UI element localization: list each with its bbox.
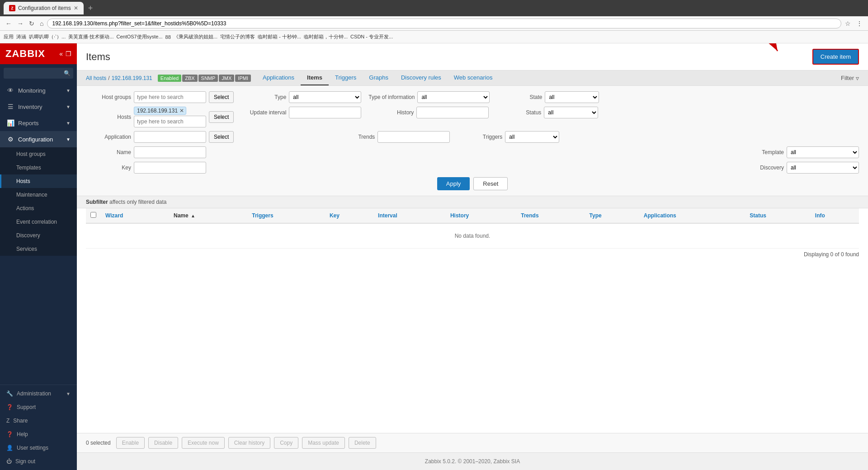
ipmi-badge[interactable]: IPMI [235,75,251,82]
filter-toggle[interactable]: Filter ▿ [841,75,859,82]
host-link[interactable]: 192.168.199.131 [112,75,152,81]
copy-button[interactable]: Copy [274,437,298,449]
browser-chrome: Z Configuration of items ✕ + [0,0,868,16]
host-groups-input[interactable] [134,91,206,103]
new-tab-button[interactable]: + [88,4,93,13]
forward-button[interactable]: → [15,19,25,28]
triggers-select[interactable]: all [505,131,559,143]
chevron-right-icon: ▼ [66,88,71,93]
sidebar-item-user-settings[interactable]: 👤 User settings [0,441,77,455]
tab-favicon: Z [9,5,15,11]
application-select-button[interactable]: Select [209,131,234,143]
sidebar-subitem-maintenance[interactable]: Maintenance [0,188,77,202]
apply-button[interactable]: Apply [437,177,470,190]
sidebar-subitem-templates[interactable]: Templates [0,161,77,174]
col-name[interactable]: Name ▲ [169,208,247,223]
reset-button[interactable]: Reset [473,177,508,190]
collapse-icon[interactable]: « [59,50,63,57]
sidebar-subitem-actions[interactable]: Actions [0,202,77,215]
host-groups-select-button[interactable]: Select [209,91,234,103]
sidebar-item-inventory[interactable]: ☰ Inventory ▼ [0,99,77,115]
sidebar-search-input[interactable] [4,68,73,79]
bottom-bar: 0 selected Enable Disable Execute now Cl… [77,433,868,452]
delete-button[interactable]: Delete [349,437,376,449]
clear-history-button[interactable]: Clear history [228,437,270,449]
status-select[interactable]: all [544,107,598,118]
disable-button[interactable]: Disable [148,437,178,449]
menu-button[interactable]: ⋮ [854,19,864,28]
bookmark-3[interactable]: 美芙直播·技术驱动... [68,33,113,40]
enabled-badge[interactable]: Enabled [158,75,181,82]
select-all-checkbox[interactable] [90,212,96,218]
history-input[interactable] [416,107,489,118]
browser-tab[interactable]: Z Configuration of items ✕ [4,2,84,14]
refresh-button[interactable]: ↻ [27,19,36,28]
create-item-button[interactable]: Create item [812,49,859,65]
tab-items[interactable]: Items [301,70,329,85]
discovery-select[interactable]: all [787,162,859,174]
bookmark-8[interactable]: 临时邮箱 - 十秒钟... [258,33,301,40]
bookmark-7[interactable]: 宅情公子的博客 [220,33,255,40]
expand-icon[interactable]: ❒ [66,50,71,57]
sidebar-subitem-discovery[interactable]: Discovery [0,229,77,242]
filter-group-host-groups: Host groups Select [86,91,234,103]
template-select[interactable]: all [787,146,859,158]
back-button[interactable]: ← [4,19,14,28]
sidebar-item-sign-out[interactable]: ⏻ Sign out [0,455,77,468]
filter-group-name: Name [86,146,206,158]
tab-applications[interactable]: Applications [256,70,301,85]
sidebar-item-help[interactable]: ❓ Help [0,428,77,441]
update-interval-input[interactable] [289,107,361,118]
type-of-info-select[interactable]: all [417,91,490,103]
sidebar-item-reports[interactable]: 📊 Reports ▼ [0,115,77,131]
filter-group-hosts: Hosts 192.168.199.131 ✕ Select [86,107,234,127]
enable-button[interactable]: Enable [116,437,145,449]
sidebar-subitem-event-correlation[interactable]: Event correlation [0,215,77,229]
sidebar-item-configuration[interactable]: ⚙ Configuration ▼ [0,131,77,147]
execute-now-button[interactable]: Execute now [182,437,225,449]
tab-graphs[interactable]: Graphs [363,70,395,85]
host-groups-label: Host groups [86,94,131,100]
jmx-badge[interactable]: JMX [219,75,234,82]
mass-update-button[interactable]: Mass update [302,437,345,449]
name-input[interactable] [134,146,206,158]
address-bar[interactable] [47,19,841,28]
bookmark-6[interactable]: 《乘风破浪的姐姐... [174,33,217,40]
bookmark-button[interactable]: ☆ [843,19,853,28]
bookmark-apps[interactable]: 应用 [4,33,14,40]
sidebar-item-monitoring[interactable]: 👁 Monitoring ▼ [0,82,77,99]
search-icon: 🔍 [64,70,71,76]
bookmark-1[interactable]: 涛涵 [16,33,26,40]
sidebar-subitem-services[interactable]: Services [0,242,77,256]
host-tag-remove[interactable]: ✕ [179,108,184,114]
sidebar-subitem-hosts[interactable]: Hosts [0,174,77,188]
tab-triggers[interactable]: Triggers [329,70,363,85]
bookmark-2[interactable]: 叭唧叭唧（·ˋ）... [29,33,66,40]
home-button[interactable]: ⌂ [38,19,45,28]
type-select[interactable]: allZabbix agentZabbix agent (active)Simp… [289,91,361,103]
key-input[interactable] [134,162,206,174]
sidebar-menu: 👁 Monitoring ▼ ☰ Inventory ▼ 📊 Reports ▼… [0,82,77,385]
snmp-badge[interactable]: SNMP [198,75,218,82]
bookmark-9[interactable]: 临时邮箱，十分钟... [304,33,348,40]
sidebar-item-support[interactable]: ❓ Support [0,400,77,414]
application-input[interactable] [134,131,206,143]
filter-group-application: Application Select [86,131,234,143]
all-hosts-link[interactable]: All hosts [86,75,106,81]
hosts-search-input[interactable] [134,116,206,127]
hosts-select-button[interactable]: Select [209,111,234,123]
sidebar-subitem-host-groups[interactable]: Host groups [0,147,77,161]
zbx-badge[interactable]: ZBX [182,75,197,82]
state-select[interactable]: all [545,91,599,103]
tab-close-button[interactable]: ✕ [74,5,78,11]
tab-discovery-rules[interactable]: Discovery rules [395,70,448,85]
sidebar-item-label: Inventory [18,103,42,110]
bookmark-10[interactable]: CSDN - 专业开发... [350,33,393,40]
bookmark-4[interactable]: CentOS7使用syste... [116,33,162,40]
sidebar-item-administration[interactable]: 🔧 Administration ▼ [0,387,77,400]
host-status-badges: Enabled ZBX SNMP JMX IPMI [158,75,251,82]
bookmark-5[interactable]: 88 [165,34,171,40]
trends-input[interactable] [377,131,450,143]
tab-web-scenarios[interactable]: Web scenarios [448,70,499,85]
sidebar-item-share[interactable]: Z Share [0,414,77,428]
